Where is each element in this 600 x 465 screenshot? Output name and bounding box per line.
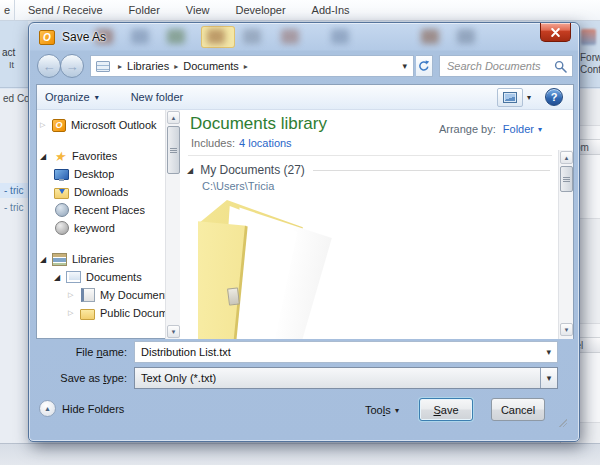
sidebar-item-public-documents[interactable]: ▷ Public Documen — [37, 304, 165, 322]
save-as-type-dropdown-button[interactable]: ▾ — [540, 368, 557, 388]
file-name-combo[interactable]: ▾ — [134, 341, 558, 363]
refresh-icon — [418, 60, 430, 72]
expander-icon[interactable]: ▷ — [40, 121, 52, 129]
cancel-button[interactable]: Cancel — [491, 398, 545, 421]
folder-thumbnail[interactable] — [198, 200, 336, 339]
documents-library-icon — [66, 271, 81, 284]
sidebar-item-microsoft-outlook[interactable]: ▷ O Microsoft Outlook — [37, 116, 165, 134]
breadcrumb-segment-libraries[interactable]: Libraries — [127, 60, 169, 72]
refresh-button[interactable] — [416, 55, 433, 77]
change-view-button[interactable] — [497, 88, 523, 107]
sidebar-scrollbar[interactable]: ▲ ▼ — [165, 110, 180, 339]
help-button[interactable]: ? — [545, 88, 563, 106]
sidebar-item-desktop[interactable]: Desktop — [37, 165, 165, 183]
file-list-scrollbar[interactable]: ▲ ▼ — [558, 110, 573, 339]
menu-item-view[interactable]: View — [173, 4, 223, 16]
new-folder-button[interactable]: New folder — [123, 91, 192, 103]
sidebar-item-favorites[interactable]: ◢ ★ Favorites — [37, 147, 165, 165]
breadcrumb-dropdown-icon[interactable]: ▾ — [402, 61, 413, 71]
scrollbar-track[interactable]: ▲ ▼ — [558, 150, 573, 339]
file-name-row: File name: ▾ — [29, 340, 579, 364]
background-tab-partial[interactable]: e — [0, 0, 15, 20]
organize-button[interactable]: Organize ▾ — [37, 91, 107, 103]
chevron-down-icon: ▾ — [547, 373, 552, 383]
sidebar-item-recent-places[interactable]: Recent Places — [37, 201, 165, 219]
file-name-input[interactable] — [135, 346, 540, 358]
hide-folders-button[interactable]: ▲ Hide Folders — [39, 400, 124, 417]
scroll-down-icon: ▼ — [171, 329, 177, 335]
expander-icon[interactable]: ▷ — [68, 309, 80, 317]
scroll-up-icon: ▲ — [171, 115, 177, 121]
tools-dropdown-icon[interactable]: ▾ — [395, 406, 399, 415]
screen: e Send / Receive Folder View Developer A… — [0, 0, 600, 465]
group-header-my-documents[interactable]: ◢ My Documents (27) — [187, 163, 550, 177]
expander-icon[interactable]: ◢ — [40, 255, 52, 264]
arrange-by: Arrange by: Folder ▾ — [439, 123, 542, 135]
background-fragment: - tric — [4, 185, 23, 196]
save-as-dialog: O Save As ← → ▸ Libraries ▸ Documents — [28, 22, 580, 442]
file-name-dropdown-icon[interactable]: ▾ — [540, 347, 557, 357]
menu-item-folder[interactable]: Folder — [116, 4, 173, 16]
scroll-up-icon: ▲ — [564, 155, 570, 161]
views-dropdown-icon[interactable]: ▾ — [523, 93, 537, 102]
search-input[interactable] — [440, 60, 554, 72]
menu-item-add-ins[interactable]: Add-Ins — [299, 4, 363, 16]
close-button[interactable] — [540, 23, 571, 42]
views-icon — [503, 92, 517, 103]
includes-label: Includes: — [191, 137, 235, 149]
dialog-button-row: ▲ Hide Folders Tools ▾ Save Cancel — [29, 397, 579, 425]
tools-button[interactable]: Tools — [365, 404, 391, 416]
back-button[interactable]: ← — [37, 54, 61, 78]
breadcrumb-segment-documents[interactable]: Documents — [183, 60, 239, 72]
expander-icon[interactable]: ◢ — [40, 152, 52, 161]
save-as-type-label: Save as type: — [29, 372, 127, 384]
cancel-label: Cancel — [501, 404, 535, 416]
sidebar-item-documents[interactable]: ◢ Documents — [37, 268, 165, 286]
arrange-by-value: Folder — [503, 123, 534, 135]
breadcrumb[interactable]: ▸ Libraries ▸ Documents ▸ ▾ — [90, 55, 414, 77]
file-list-pane: Documents library Includes: 4 locations … — [180, 110, 558, 339]
scrollbar-thumb[interactable] — [560, 166, 573, 192]
scroll-down-button[interactable]: ▼ — [167, 325, 180, 338]
resize-grip[interactable] — [559, 419, 567, 427]
save-as-type-combo[interactable]: Text Only (*.txt) ▾ — [134, 367, 558, 389]
help-icon: ? — [551, 91, 558, 103]
expander-icon[interactable]: ◢ — [54, 273, 66, 282]
scroll-down-button[interactable]: ▼ — [560, 323, 573, 336]
browse-area: ▷ O Microsoft Outlook ◢ ★ Favorites Desk… — [37, 110, 573, 339]
arrange-by-selector[interactable]: Folder ▾ — [503, 123, 542, 135]
desktop-icon — [54, 168, 69, 181]
close-icon — [550, 28, 561, 37]
arrange-by-label: Arrange by: — [439, 123, 496, 135]
sidebar-item-keyword[interactable]: keyword — [37, 219, 165, 237]
menu-item-send-receive[interactable]: Send / Receive — [15, 4, 116, 16]
outlook-icon: O — [39, 30, 55, 45]
outlook-icon-letter: O — [43, 32, 51, 43]
libraries-icon — [96, 61, 110, 72]
locations-link[interactable]: 4 locations — [239, 137, 292, 149]
scrollbar-grip-icon — [170, 148, 177, 153]
chevron-down-icon: ▾ — [95, 93, 99, 102]
scroll-up-button[interactable]: ▲ — [560, 151, 573, 164]
background-nav-pane: ed Co - tric - tric — [0, 89, 28, 443]
favorites-star-icon: ★ — [52, 150, 67, 163]
forward-button[interactable]: → — [60, 54, 84, 78]
divider — [188, 155, 552, 156]
forward-icon: → — [66, 60, 79, 73]
scroll-up-button[interactable]: ▲ — [167, 111, 180, 124]
sidebar-item-libraries[interactable]: ◢ Libraries — [37, 250, 165, 268]
sidebar-item-my-documents[interactable]: ▷ My Documents — [37, 286, 165, 304]
menu-item-developer[interactable]: Developer — [222, 4, 298, 16]
sidebar-item-label: Downloads — [74, 186, 128, 198]
dialog-title-bar[interactable]: O Save As — [29, 23, 579, 51]
sidebar-item-downloads[interactable]: Downloads — [37, 183, 165, 201]
sidebar-item-label: Favorites — [72, 150, 117, 162]
library-includes: Includes: 4 locations — [191, 137, 292, 149]
save-button[interactable]: Save — [419, 398, 473, 421]
file-name-label: File name: — [29, 346, 127, 358]
expander-icon[interactable]: ▷ — [68, 291, 80, 299]
group-expander-icon[interactable]: ◢ — [187, 166, 193, 175]
scrollbar-thumb[interactable] — [167, 126, 180, 174]
sidebar-item-label: Libraries — [72, 253, 114, 265]
new-folder-label: New folder — [131, 91, 184, 103]
